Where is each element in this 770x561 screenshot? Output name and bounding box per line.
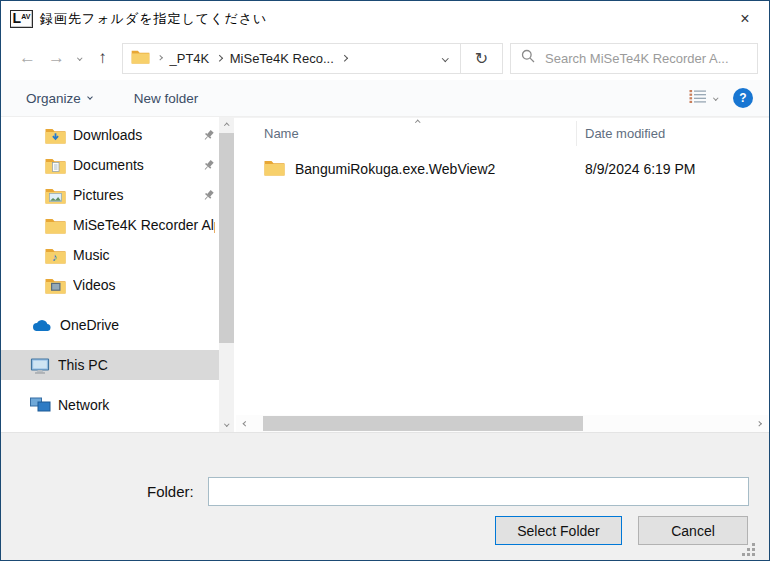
new-folder-label: New folder bbox=[134, 91, 199, 106]
close-button[interactable]: × bbox=[727, 4, 763, 33]
pin-icon bbox=[202, 129, 215, 142]
forward-button[interactable]: → bbox=[42, 43, 71, 73]
address-bar: ← → ↑ _PT4K MiSeTe4K Reco... bbox=[1, 36, 769, 80]
help-button[interactable]: ? bbox=[733, 88, 753, 108]
change-view-button[interactable] bbox=[689, 89, 718, 107]
onedrive-cloud-icon bbox=[29, 317, 53, 333]
details-view-icon bbox=[689, 89, 707, 107]
window-title: 録画先フォルダを指定してください bbox=[40, 10, 267, 28]
forward-arrow-icon: → bbox=[48, 48, 65, 68]
up-button[interactable]: ↑ bbox=[88, 43, 117, 73]
address-dropdown-button[interactable] bbox=[430, 44, 460, 73]
resize-grip[interactable] bbox=[752, 543, 755, 546]
lav-app-icon: LAV bbox=[10, 10, 33, 28]
this-pc-icon bbox=[29, 357, 51, 374]
sidebar-item-onedrive[interactable]: OneDrive bbox=[1, 310, 234, 340]
command-toolbar: Organize New folder bbox=[1, 80, 769, 117]
sidebar-item-this-pc[interactable]: This PC bbox=[1, 350, 234, 380]
content-area: Downloads Documents Pictures bbox=[1, 117, 769, 432]
music-folder-icon: ♪ bbox=[45, 247, 66, 264]
column-header-name[interactable]: Name bbox=[234, 126, 576, 141]
scrollbar-thumb[interactable] bbox=[263, 416, 583, 431]
search-input[interactable] bbox=[545, 51, 747, 66]
sidebar-item-network[interactable]: Network bbox=[1, 390, 234, 420]
organize-button[interactable]: Organize bbox=[26, 91, 92, 106]
column-divider[interactable] bbox=[576, 121, 577, 146]
chevron-down-icon bbox=[442, 55, 448, 61]
select-folder-button[interactable]: Select Folder bbox=[495, 516, 622, 545]
svg-text:♪: ♪ bbox=[52, 251, 58, 263]
title-bar: LAV 録画先フォルダを指定してください × bbox=[1, 1, 769, 36]
search-box[interactable] bbox=[510, 43, 758, 74]
scroll-down-button[interactable] bbox=[219, 416, 234, 431]
sidebar-item-misete4k-recorder[interactable]: MiSeTe4K Recorder Alp bbox=[1, 210, 234, 240]
videos-folder-icon bbox=[45, 277, 66, 294]
navigation-pane: Downloads Documents Pictures bbox=[1, 117, 234, 432]
sidebar-item-music[interactable]: ♪ Music bbox=[1, 240, 234, 270]
column-headers: Name Date modified bbox=[234, 118, 769, 148]
search-icon bbox=[521, 49, 535, 67]
chevron-down-icon bbox=[77, 56, 82, 61]
sort-ascending-icon bbox=[415, 120, 420, 125]
folder-icon bbox=[264, 159, 285, 179]
horizontal-scrollbar[interactable] bbox=[236, 415, 768, 432]
cancel-button[interactable]: Cancel bbox=[638, 516, 748, 545]
organize-label: Organize bbox=[26, 91, 81, 106]
network-icon bbox=[29, 397, 51, 413]
documents-folder-icon bbox=[45, 157, 66, 174]
file-name: BangumiRokuga.exe.WebView2 bbox=[295, 161, 495, 177]
chevron-up-icon bbox=[224, 123, 229, 128]
close-icon: × bbox=[740, 10, 749, 28]
refresh-button[interactable]: ↻ bbox=[461, 43, 503, 74]
breadcrumb-overflow-icon bbox=[157, 56, 162, 61]
sidebar-scrollbar[interactable] bbox=[219, 117, 234, 432]
folder-label: Folder: bbox=[147, 483, 194, 500]
chevron-right-icon bbox=[341, 55, 347, 61]
pictures-folder-icon bbox=[45, 187, 66, 204]
breadcrumb-item-root[interactable]: _PT4K bbox=[170, 51, 210, 66]
dialog-footer: Folder: Select Folder Cancel bbox=[1, 432, 769, 560]
chevron-down-icon bbox=[224, 421, 229, 426]
recent-locations-button[interactable] bbox=[71, 43, 88, 73]
pin-icon bbox=[202, 189, 215, 202]
scroll-right-button[interactable] bbox=[749, 415, 768, 432]
scroll-up-button[interactable] bbox=[219, 118, 234, 133]
downloads-folder-icon bbox=[45, 127, 66, 144]
sidebar-item-documents[interactable]: Documents bbox=[1, 150, 234, 180]
up-arrow-icon: ↑ bbox=[98, 48, 107, 68]
folder-input[interactable] bbox=[208, 477, 749, 506]
folder-icon bbox=[45, 217, 66, 234]
file-list-pane: Name Date modified BangumiRokuga.exe.Web… bbox=[234, 117, 769, 432]
back-arrow-icon: ← bbox=[19, 48, 36, 68]
folder-picker-dialog: LAV 録画先フォルダを指定してください × ← → ↑ _PT4K bbox=[0, 0, 770, 561]
file-list-item[interactable]: BangumiRokuga.exe.WebView2 8/9/2024 6:19… bbox=[234, 154, 769, 183]
new-folder-button[interactable]: New folder bbox=[134, 91, 199, 106]
sidebar-item-pictures[interactable]: Pictures bbox=[1, 180, 234, 210]
sidebar-item-videos[interactable]: Videos bbox=[1, 270, 234, 300]
breadcrumb-item-current[interactable]: MiSeTe4K Reco... bbox=[230, 51, 334, 66]
pin-icon bbox=[202, 159, 215, 172]
breadcrumb[interactable]: _PT4K MiSeTe4K Reco... bbox=[122, 43, 461, 74]
chevron-down-icon bbox=[713, 96, 718, 101]
help-icon: ? bbox=[739, 91, 746, 105]
file-date-modified: 8/9/2024 6:19 PM bbox=[576, 161, 696, 177]
folder-icon bbox=[131, 49, 150, 67]
column-header-date-modified[interactable]: Date modified bbox=[576, 126, 665, 141]
chevron-right-icon bbox=[756, 421, 761, 426]
scroll-left-button[interactable] bbox=[236, 415, 255, 432]
back-button[interactable]: ← bbox=[13, 43, 42, 73]
chevron-left-icon bbox=[243, 421, 248, 426]
chevron-right-icon bbox=[216, 55, 222, 61]
scrollbar-thumb[interactable] bbox=[219, 133, 234, 343]
sidebar-item-downloads[interactable]: Downloads bbox=[1, 120, 234, 150]
chevron-down-icon bbox=[87, 94, 93, 100]
refresh-icon: ↻ bbox=[475, 49, 488, 68]
